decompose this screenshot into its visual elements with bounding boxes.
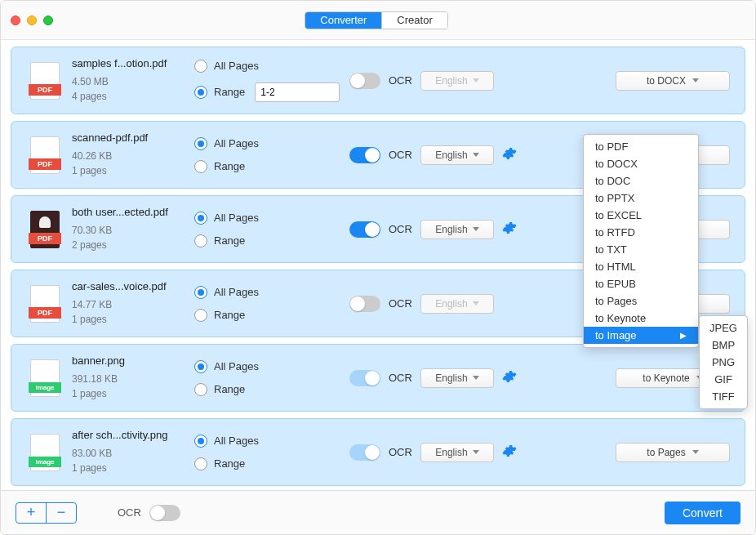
file-name: both user...ected.pdf <box>72 206 194 218</box>
file-row[interactable]: samples f...otion.pdf4.50 MB4 pagesAll P… <box>11 47 745 114</box>
image-file-icon <box>30 359 60 397</box>
range-input[interactable] <box>255 82 340 102</box>
tab-converter[interactable]: Converter <box>305 12 381 29</box>
page-selection: All PagesRange <box>194 435 349 470</box>
menu-item[interactable]: to PDF <box>584 138 698 155</box>
menu-item[interactable]: to EPUB <box>584 275 698 292</box>
ocr-toggle[interactable] <box>349 370 380 386</box>
all-pages-radio[interactable] <box>194 60 207 73</box>
menu-item[interactable]: to TXT <box>584 241 698 258</box>
global-ocr-control: OCR <box>118 505 180 521</box>
chevron-down-icon <box>473 78 479 82</box>
add-remove-group: + − <box>16 502 77 524</box>
menu-item[interactable]: to Keynote <box>584 310 698 327</box>
ocr-label: OCR <box>389 149 412 161</box>
range-radio[interactable] <box>194 383 207 396</box>
language-select[interactable]: English <box>420 368 494 388</box>
ocr-block: OCREnglish <box>349 145 554 165</box>
titlebar: Converter Creator <box>1 1 755 40</box>
range-label: Range <box>214 160 245 172</box>
file-size: 70.30 KB <box>72 223 194 238</box>
file-name: scanned-pdf.pdf <box>72 132 194 144</box>
image-file-icon <box>30 434 60 471</box>
page-selection: All PagesRange <box>194 212 349 247</box>
file-name: after sch...ctivity.png <box>72 429 194 441</box>
file-size: 14.77 KB <box>72 297 194 312</box>
ocr-settings-icon[interactable] <box>502 146 517 163</box>
ocr-label: OCR <box>389 372 412 384</box>
submenu-item[interactable]: TIFF <box>700 388 747 405</box>
language-select[interactable]: English <box>420 443 494 462</box>
file-name: samples f...otion.pdf <box>72 57 194 69</box>
ocr-toggle[interactable] <box>349 221 380 238</box>
ocr-label: OCR <box>389 446 412 458</box>
ocr-settings-icon[interactable] <box>502 221 517 238</box>
range-radio[interactable] <box>194 86 207 99</box>
file-row[interactable]: after sch...ctivity.png83.00 KB1 pagesAl… <box>11 418 745 486</box>
file-page-count: 1 pages <box>72 386 194 401</box>
submenu-item[interactable]: PNG <box>700 354 747 371</box>
menu-item[interactable]: to DOCX <box>584 155 698 172</box>
zoom-button[interactable] <box>43 16 53 25</box>
add-file-button[interactable]: + <box>16 503 46 523</box>
menu-item[interactable]: to HTML <box>584 258 698 275</box>
range-radio[interactable] <box>194 309 207 322</box>
submenu-item[interactable]: JPEG <box>700 319 747 337</box>
minimize-button[interactable] <box>27 16 37 25</box>
ocr-settings-icon[interactable] <box>502 369 517 386</box>
menu-item[interactable]: to DOC <box>584 172 698 189</box>
file-row[interactable]: banner.png391.18 KB1 pagesAll PagesRange… <box>11 344 745 412</box>
chevron-down-icon <box>473 153 479 157</box>
ocr-block: OCREnglish <box>349 443 554 462</box>
language-select: English <box>420 294 494 314</box>
file-page-count: 1 pages <box>72 312 194 327</box>
all-pages-radio[interactable] <box>194 360 207 373</box>
output-block: to DOCX <box>616 71 730 91</box>
language-select[interactable]: English <box>420 220 494 239</box>
all-pages-radio[interactable] <box>194 435 207 448</box>
all-pages-radio[interactable] <box>194 137 207 150</box>
menu-item[interactable]: to EXCEL <box>584 207 698 224</box>
menu-item[interactable]: to Image▶ <box>584 327 698 344</box>
output-format-select[interactable]: to DOCX <box>616 71 730 91</box>
ocr-toggle[interactable] <box>349 444 380 461</box>
file-page-count: 4 pages <box>72 89 194 104</box>
file-size: 391.18 KB <box>72 372 194 386</box>
all-pages-label: All Pages <box>214 360 259 372</box>
menu-item[interactable]: to Pages <box>584 292 698 310</box>
file-name: banner.png <box>72 354 194 367</box>
file-info: car-sales...voice.pdf14.77 KB1 pages <box>72 280 194 327</box>
file-size: 83.00 KB <box>72 446 194 461</box>
close-button[interactable] <box>11 16 20 25</box>
file-page-count: 1 pages <box>72 461 194 475</box>
file-size: 40.26 KB <box>72 149 194 163</box>
ocr-toggle[interactable] <box>349 296 380 312</box>
ocr-settings-icon[interactable] <box>502 444 517 461</box>
ocr-label: OCR <box>389 223 412 235</box>
window-controls <box>11 16 53 25</box>
global-ocr-toggle[interactable] <box>149 505 180 521</box>
all-pages-radio[interactable] <box>194 212 207 225</box>
range-radio[interactable] <box>194 457 207 470</box>
range-radio[interactable] <box>194 234 207 247</box>
chevron-down-icon <box>692 450 699 454</box>
file-info: banner.png391.18 KB1 pages <box>72 354 194 401</box>
ocr-toggle[interactable] <box>349 73 380 89</box>
remove-file-button[interactable]: − <box>47 503 76 523</box>
output-format-select[interactable]: to Pages <box>616 443 730 462</box>
page-selection: All PagesRange <box>194 60 349 102</box>
chevron-down-icon <box>473 227 479 231</box>
menu-item[interactable]: to RTFD <box>584 224 698 241</box>
page-selection: All PagesRange <box>194 360 349 396</box>
all-pages-radio[interactable] <box>194 286 207 299</box>
range-radio[interactable] <box>194 160 207 173</box>
submenu-item[interactable]: BMP <box>700 337 747 354</box>
submenu-item[interactable]: GIF <box>700 371 747 388</box>
submenu-arrow-icon: ▶ <box>680 331 687 340</box>
ocr-toggle[interactable] <box>349 147 380 163</box>
all-pages-label: All Pages <box>214 212 259 224</box>
tab-creator[interactable]: Creator <box>382 12 447 29</box>
menu-item[interactable]: to PPTX <box>584 189 698 207</box>
convert-button[interactable]: Convert <box>665 502 740 524</box>
language-select[interactable]: English <box>420 145 494 165</box>
